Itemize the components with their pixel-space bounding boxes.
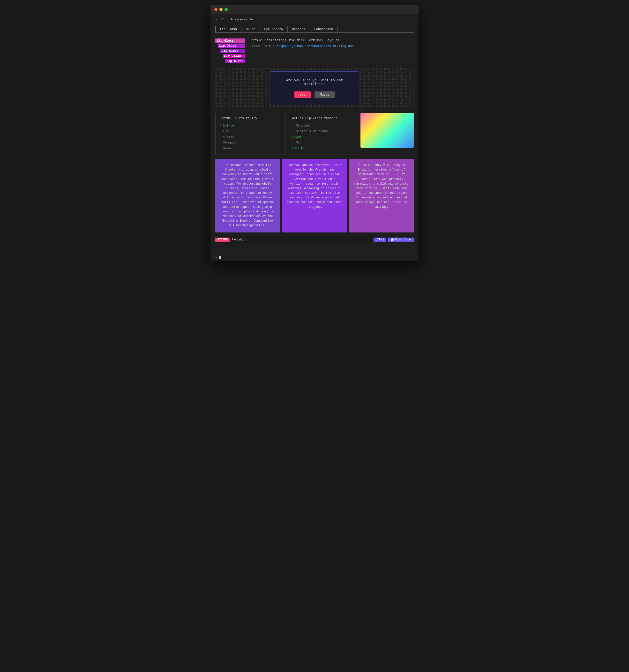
terminal-content: > ./lipgloss-example Lip Gloss Blush Eye… [211,14,418,254]
noise-row: 咪 猫 咪 猫 咪 猫 咪 猫 咪 猫 咪 猫 咪 猫 咪 猫 咪 猫 咪 猫 … [215,105,414,109]
list-item: Kumquat [223,140,281,145]
fish-icon: 🍥 [390,238,394,242]
list-item: ✓ Quince [219,123,281,128]
status-right: UTF-8 🍥 Fish Cake [373,238,414,242]
label-1: Lip Gloss [215,39,245,43]
card-1: The Romans learned from the Greeks that … [215,159,280,233]
hero-link-row: From Charm ● https://github.com/charmbra… [252,44,414,48]
list-item: ✓ Milki [292,146,354,151]
tab-eye-shadow[interactable]: Eye Shadow [260,26,288,32]
hero-text: Style Definitions for Nice Terminal Layo… [252,38,414,48]
list-item: ✓ Yuzu [219,128,281,134]
tab-mascara[interactable]: Mascara [287,26,310,32]
hero-section: Lip Gloss Lip Gloss Lip Gloss Lip Gloss … [215,38,414,63]
close-button[interactable] [214,8,217,11]
hero-url[interactable]: https://github.com/charmbracelet/lipglos… [276,44,354,48]
tab-bar: Lip Gloss Blush Eye Shadow Mascara Found… [215,26,414,33]
cards-section: The Romans learned from the Greeks that … [215,159,414,233]
dialog-text: Are you sure you want to eat marmalade? [280,78,349,86]
noise-row: 猫 咪 猫 咪 猫 咪 猫 咪 猫 咪 猫 咪 猫 咪 猫 咪 猫 咪 猫 咪 … [215,68,414,71]
card-3: In 1524, Henry VIII, King of England, re… [349,159,414,233]
checkmark-icon: ✓ [219,123,221,128]
hero-dot: ● [273,45,274,47]
hero-from: From Charm [252,44,271,48]
maximize-button[interactable] [224,8,228,11]
tab-foundation[interactable]: Foundation [310,26,338,32]
status-badge: STATUS [215,238,229,242]
list-item: Claire's Boutique [296,128,354,134]
terminal-prompt-line: > [211,254,418,261]
fish-text: Fish Cake [395,238,411,241]
three-column-section: Citrus Fruits to Try ✓ Quince✓ YuzuCitro… [215,113,414,155]
noise-section: 猫 咪 猫 咪 猫 咪 猫 咪 猫 咪 猫 咪 猫 咪 猫 咪 猫 咪 猫 咪 … [215,68,414,109]
status-text: Ravishing [232,238,373,241]
citrus-items: ✓ Quince✓ YuzuCitronKumquatPomelo [219,123,281,151]
vendors-list: Actual Lip Gloss Vendors GlossierClaire'… [288,113,358,155]
list-item: Glossier [296,123,354,128]
label-5: Lip Gloss [225,59,245,63]
checkmark-icon: ✓ [219,128,221,134]
terminal-window: > ./lipgloss-example Lip Gloss Blush Eye… [211,5,418,261]
checkmark-icon: ✓ [292,134,294,140]
list-item: Citron [223,134,281,140]
cursor [219,256,221,259]
maybe-button[interactable]: Maybe [315,92,335,98]
citrus-title: Citrus Fruits to Try [219,116,281,120]
terminal-prompt: > [215,256,217,259]
list-item: Mac [296,140,354,145]
tab-blush[interactable]: Blush [241,26,260,32]
hero-title: Style Definitions for Nice Terminal Layo… [252,39,414,42]
citrus-list: Citrus Fruits to Try ✓ Quince✓ YuzuCitro… [215,113,286,155]
label-2: Lip Gloss [218,44,245,48]
gradient-column [360,113,414,155]
gradient-image [360,113,414,148]
dialog-box: Are you sure you want to eat marmalade? … [270,71,359,105]
stacked-labels: Lip Gloss Lip Gloss Lip Gloss Lip Gloss … [215,39,245,63]
minimize-button[interactable] [219,8,223,11]
prompt-symbol: > [215,18,217,21]
vendors-title: Actual Lip Gloss Vendors [292,116,354,120]
label-3: Lip Gloss [220,49,245,53]
dialog-buttons: Yes Maybe [280,92,349,98]
checkmark-icon: ✓ [292,146,294,151]
vendor-items: GlossierClaire's Boutique✓ NyxMac✓ Milki [292,123,354,151]
list-item: Pomelo [223,146,281,151]
yes-button[interactable]: Yes [294,92,311,98]
command-text: ./lipgloss-example [219,18,253,21]
fish-badge: 🍥 Fish Cake [388,238,414,242]
tab-lip-gloss[interactable]: Lip Gloss [215,26,241,32]
label-4: Lip Gloss [223,54,245,58]
status-bar: STATUS Ravishing UTF-8 🍥 Fish Cake [215,236,414,243]
command-line: > ./lipgloss-example [215,18,414,21]
card-2: Medieval quince preserves, which went by… [282,159,347,233]
list-item: ✓ Nyx [292,134,354,140]
utf-badge: UTF-8 [373,238,386,242]
titlebar [211,5,418,14]
